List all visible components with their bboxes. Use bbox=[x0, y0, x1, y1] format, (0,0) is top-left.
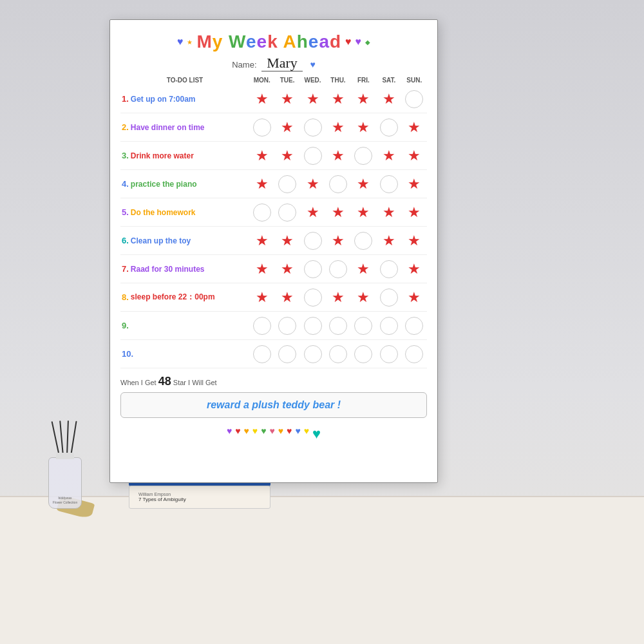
star-cell-9-4[interactable] bbox=[325, 317, 350, 335]
star-cell-4-3[interactable]: ★ bbox=[300, 177, 325, 191]
star-icon-5-5: ★ bbox=[357, 205, 370, 220]
star-cell-4-5[interactable]: ★ bbox=[351, 177, 376, 191]
star-cell-5-5[interactable]: ★ bbox=[351, 205, 376, 220]
star-icon-8-1: ★ bbox=[256, 290, 269, 305]
star-cell-9-2[interactable] bbox=[274, 317, 299, 335]
task-num-2: 2. bbox=[122, 122, 129, 132]
star-cell-7-3[interactable] bbox=[300, 260, 325, 278]
star-cell-5-1[interactable] bbox=[249, 204, 274, 222]
star-cell-9-7[interactable] bbox=[402, 317, 427, 335]
empty-circle-10-3 bbox=[304, 345, 322, 363]
task-rows: 1.Get up on 7:00am★★★★★★2.Have dinner on… bbox=[120, 85, 427, 368]
star-cell-6-2[interactable]: ★ bbox=[274, 234, 299, 248]
star-cell-8-6[interactable] bbox=[376, 289, 401, 307]
heart-yellow: ♥ bbox=[252, 426, 258, 442]
star-cell-7-1[interactable]: ★ bbox=[249, 262, 274, 276]
star-cell-3-4[interactable]: ★ bbox=[325, 149, 350, 163]
star-cell-4-6[interactable] bbox=[376, 175, 401, 193]
star-cell-5-4[interactable]: ★ bbox=[325, 205, 350, 220]
star-cell-1-2[interactable]: ★ bbox=[274, 92, 299, 106]
heart-red: ♥ bbox=[235, 426, 240, 442]
star-cell-7-5[interactable]: ★ bbox=[351, 262, 376, 276]
star-icon-4-7: ★ bbox=[408, 177, 421, 191]
star-cell-2-5[interactable]: ★ bbox=[351, 120, 376, 135]
star-cell-8-1[interactable]: ★ bbox=[249, 290, 274, 305]
star-cell-10-5[interactable] bbox=[351, 345, 376, 363]
star-cell-2-2[interactable]: ★ bbox=[274, 120, 299, 135]
star-cell-3-3[interactable] bbox=[300, 147, 325, 165]
star-cell-1-3[interactable]: ★ bbox=[300, 92, 325, 106]
star-cell-10-7[interactable] bbox=[402, 345, 427, 363]
star-cell-9-3[interactable] bbox=[300, 317, 325, 335]
star-cell-9-5[interactable] bbox=[351, 317, 376, 335]
star-cell-2-3[interactable] bbox=[300, 118, 325, 137]
star-cell-1-4[interactable]: ★ bbox=[325, 92, 350, 106]
task-text-5: Do the homework bbox=[131, 208, 196, 217]
star-cell-6-7[interactable]: ★ bbox=[402, 234, 427, 248]
star-cell-1-5[interactable]: ★ bbox=[351, 92, 376, 106]
star-cell-2-7[interactable]: ★ bbox=[402, 120, 427, 135]
star-icon-1-2: ★ bbox=[281, 92, 294, 106]
diffuser: biddywax Flower Collection bbox=[48, 421, 82, 509]
star-cell-10-3[interactable] bbox=[300, 345, 325, 363]
task-text-4: practice the piano bbox=[131, 180, 197, 189]
task-row: 7.Raad for 30 minutes★★★★ bbox=[120, 255, 427, 283]
task-row: 4.practice the piano★★★★ bbox=[120, 170, 427, 198]
star-cell-7-2[interactable]: ★ bbox=[274, 262, 299, 276]
reward-header: When I Get 48 Star I Will Get bbox=[120, 375, 427, 388]
star-cell-3-1[interactable]: ★ bbox=[249, 149, 274, 163]
scene: biddywax Flower Collection STEPHANIE LAC… bbox=[0, 0, 644, 644]
star-cell-2-6[interactable] bbox=[376, 118, 401, 137]
star-cell-3-6[interactable]: ★ bbox=[376, 149, 401, 163]
diffuser-cap bbox=[56, 453, 74, 459]
star-cell-3-5[interactable] bbox=[351, 147, 376, 165]
star-cell-6-1[interactable]: ★ bbox=[249, 234, 274, 248]
star-cell-2-1[interactable] bbox=[249, 118, 274, 137]
star-cell-10-2[interactable] bbox=[274, 345, 299, 363]
star-cell-5-6[interactable]: ★ bbox=[376, 205, 401, 220]
heart-red2: ♥ bbox=[287, 426, 292, 442]
heart-orange2: ♥ bbox=[278, 426, 283, 442]
star-cell-9-1[interactable] bbox=[249, 317, 274, 335]
star-cell-5-2[interactable] bbox=[274, 204, 299, 222]
empty-circle-7-4 bbox=[329, 260, 347, 278]
star-cell-1-6[interactable]: ★ bbox=[376, 92, 401, 106]
diffuser-stick bbox=[59, 421, 64, 456]
star-cell-8-4[interactable]: ★ bbox=[325, 290, 350, 305]
star-cell-7-7[interactable]: ★ bbox=[402, 262, 427, 276]
star-cell-10-4[interactable] bbox=[325, 345, 350, 363]
poster-title: My Week Ahead bbox=[196, 32, 341, 52]
star-cell-10-1[interactable] bbox=[249, 345, 274, 363]
star-icon-3-2: ★ bbox=[281, 149, 294, 163]
star-cell-4-2[interactable] bbox=[274, 175, 299, 193]
star-cell-5-3[interactable]: ★ bbox=[300, 205, 325, 220]
name-value: Mary bbox=[261, 55, 303, 71]
star-cell-6-3[interactable] bbox=[300, 232, 325, 250]
star-cell-10-6[interactable] bbox=[376, 345, 401, 363]
star-cell-8-5[interactable]: ★ bbox=[351, 290, 376, 305]
star-cell-1-1[interactable]: ★ bbox=[249, 92, 274, 106]
star-cell-5-7[interactable]: ★ bbox=[402, 205, 427, 220]
star-cell-7-4[interactable] bbox=[325, 260, 350, 278]
star-cell-3-7[interactable]: ★ bbox=[402, 149, 427, 163]
diamond-deco: ◆ bbox=[365, 39, 370, 46]
star-cell-6-4[interactable]: ★ bbox=[325, 234, 350, 248]
star-cell-4-1[interactable]: ★ bbox=[249, 177, 274, 191]
star-icon-3-4: ★ bbox=[332, 149, 345, 163]
star-cell-6-6[interactable]: ★ bbox=[376, 234, 401, 248]
weekly-poster: ♥ ★ My Week Ahead ♥ ♥ ◆ Name: Mary ♥ TO-… bbox=[109, 19, 438, 483]
star-cell-7-6[interactable] bbox=[376, 260, 401, 278]
star-cell-6-5[interactable] bbox=[351, 232, 376, 250]
star-cell-2-4[interactable]: ★ bbox=[325, 120, 350, 135]
empty-circle-4-2 bbox=[278, 175, 296, 193]
star-cell-9-6[interactable] bbox=[376, 317, 401, 335]
col-todo-label: TO-DO LIST bbox=[120, 77, 249, 84]
star-cell-3-2[interactable]: ★ bbox=[274, 149, 299, 163]
star-cell-4-4[interactable] bbox=[325, 175, 350, 193]
star-cell-1-7[interactable] bbox=[402, 90, 427, 108]
star-cell-8-7[interactable]: ★ bbox=[402, 290, 427, 305]
empty-circle-10-7 bbox=[405, 345, 423, 363]
star-cell-4-7[interactable]: ★ bbox=[402, 177, 427, 191]
star-cell-8-3[interactable] bbox=[300, 289, 325, 307]
star-cell-8-2[interactable]: ★ bbox=[274, 290, 299, 305]
